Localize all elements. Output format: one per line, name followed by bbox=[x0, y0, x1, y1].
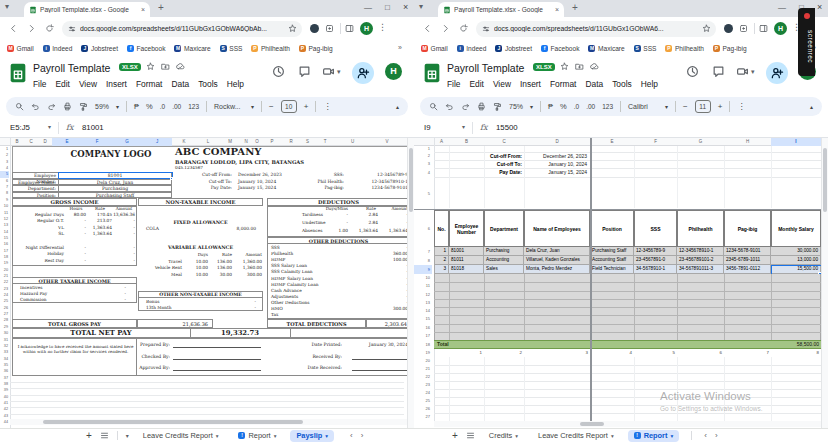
bookmark-item-jobstreet[interactable]: JJobstreet bbox=[495, 45, 532, 52]
info-value[interactable]: 1234-5678-9101 bbox=[346, 185, 408, 192]
profile-avatar[interactable]: H bbox=[774, 22, 787, 35]
other-deductions-value[interactable]: 360.00 bbox=[360, 251, 408, 256]
table-cell[interactable]: 1 bbox=[434, 247, 449, 256]
increase-font-size-button[interactable]: + bbox=[304, 102, 309, 111]
total-value[interactable]: 58,500.00 bbox=[771, 340, 819, 349]
add-sheet-button[interactable]: + bbox=[86, 430, 92, 441]
share-button[interactable] bbox=[766, 62, 788, 84]
other-deductions-value[interactable]: - bbox=[360, 294, 408, 299]
decrease-font-size-button[interactable]: − bbox=[683, 102, 688, 111]
sheet-tab-credits[interactable]: Credits▾ bbox=[483, 430, 524, 442]
other-nontaxable-value[interactable]: - bbox=[226, 305, 256, 310]
column-header[interactable]: U bbox=[335, 138, 370, 146]
clipped-sheet-tab-dropdown-icon[interactable]: ▾ bbox=[126, 432, 129, 439]
sheet-tab-leave-credits-report[interactable]: Leave Credits Report▾ bbox=[532, 430, 620, 442]
row-header[interactable]: 2 bbox=[414, 152, 432, 160]
bookmark-item-gmail[interactable]: MGmail bbox=[7, 45, 34, 52]
column-header[interactable]: B bbox=[10, 138, 24, 146]
paint-format-icon[interactable] bbox=[493, 102, 502, 111]
bookmark-item-facebook[interactable]: fFacebook bbox=[127, 45, 165, 52]
footer-number[interactable]: 4 bbox=[590, 349, 632, 357]
comments-icon[interactable] bbox=[712, 65, 725, 78]
omnibox[interactable]: docs.google.com/spreadsheets/d/11GUbGx1G… bbox=[476, 21, 716, 37]
collapse-toolbar-icon[interactable]: ▴ bbox=[396, 103, 399, 110]
menu-insert[interactable]: Insert bbox=[106, 79, 127, 89]
table-cell[interactable]: Purchasing bbox=[484, 247, 524, 256]
meet-camera-icon[interactable] bbox=[322, 65, 335, 78]
undo-icon[interactable] bbox=[31, 102, 40, 111]
gross-rate[interactable]: 1,363.64 bbox=[86, 231, 112, 236]
window-close-button[interactable]: × bbox=[817, 2, 822, 12]
meet-camera-icon[interactable] bbox=[736, 65, 749, 78]
table-cell[interactable]: Sales bbox=[484, 265, 524, 274]
cutoff-value[interactable]: January 15, 2024 bbox=[524, 168, 587, 177]
undo-icon[interactable] bbox=[445, 102, 454, 111]
deductions-amount[interactable]: 1,363.64 bbox=[380, 228, 408, 233]
column-header[interactable]: K bbox=[172, 138, 196, 146]
format-percent-icon[interactable]: % bbox=[146, 102, 153, 111]
omnibox-url[interactable]: docs.google.com/spreadsheets/d/11GUbGx1G… bbox=[80, 25, 280, 32]
sheet-tab-report[interactable]: !Report▾ bbox=[628, 430, 680, 442]
increase-decimal-icon[interactable]: .00 bbox=[172, 103, 181, 110]
column-header[interactable]: C bbox=[24, 138, 38, 146]
sidebar-icon[interactable] bbox=[345, 24, 354, 33]
browser-tab[interactable]: Payroll Template.xlsx - Google× bbox=[438, 2, 564, 17]
format-percent-icon[interactable]: % bbox=[560, 102, 567, 111]
add-sheet-button[interactable]: + bbox=[452, 430, 458, 441]
menu-edit[interactable]: Edit bbox=[470, 79, 484, 89]
row-header[interactable]: 9 bbox=[414, 265, 432, 274]
deductions-days[interactable]: 1.00 bbox=[330, 228, 348, 233]
other-deductions-value[interactable]: - bbox=[360, 245, 408, 250]
gross-hours[interactable]: - bbox=[62, 231, 86, 236]
menu-help[interactable]: Help bbox=[227, 79, 244, 89]
column-header[interactable]: H bbox=[724, 138, 771, 146]
paint-format-icon[interactable] bbox=[79, 102, 88, 111]
move-folder-icon[interactable] bbox=[575, 62, 584, 71]
column-header[interactable]: P bbox=[262, 138, 282, 146]
other-deductions-value[interactable]: - bbox=[360, 263, 408, 268]
info-value[interactable]: Purchasing bbox=[58, 185, 172, 192]
formula-input[interactable]: 15500 bbox=[496, 123, 518, 132]
column-header[interactable]: E bbox=[590, 138, 634, 146]
row-header[interactable]: 26 bbox=[414, 405, 432, 413]
prev-sheet-icon[interactable]: ‹ bbox=[704, 431, 707, 440]
column-header[interactable]: G bbox=[112, 138, 142, 146]
row-header[interactable]: 12 bbox=[414, 291, 432, 299]
column-header[interactable]: A bbox=[434, 138, 449, 146]
sheets-logo-icon[interactable] bbox=[421, 62, 443, 84]
bookmark-star-icon[interactable] bbox=[288, 24, 297, 33]
deductions-rate[interactable]: 2.84 bbox=[352, 220, 378, 225]
column-header[interactable]: S bbox=[300, 138, 315, 146]
tabstrip-chevron-down-icon[interactable]: ▾ bbox=[419, 2, 423, 11]
column-header[interactable]: E bbox=[52, 138, 82, 146]
column-header[interactable]: I bbox=[771, 138, 821, 146]
table-cell[interactable]: Accounting Staff bbox=[590, 256, 634, 265]
gross-amount[interactable]: - bbox=[110, 225, 135, 230]
menu-tools[interactable]: Tools bbox=[198, 79, 218, 89]
info-value[interactable]: 12-3456789-9 bbox=[346, 172, 408, 179]
increase-decimal-icon[interactable]: .00 bbox=[586, 103, 595, 110]
gross-hours[interactable]: - bbox=[62, 251, 86, 256]
menu-format[interactable]: Format bbox=[136, 79, 163, 89]
footer-number[interactable]: 3 bbox=[524, 349, 588, 357]
bookmark-item-sss[interactable]: SSSS bbox=[220, 45, 243, 52]
bookmark-item-philhealth[interactable]: PPhilhealth bbox=[251, 45, 289, 52]
comments-icon[interactable] bbox=[298, 65, 311, 78]
row-header[interactable]: 24 bbox=[414, 389, 432, 397]
back-icon[interactable] bbox=[9, 24, 18, 33]
column-header[interactable]: J bbox=[142, 138, 172, 146]
date-printed-value[interactable]: January 30, 2024 bbox=[346, 342, 408, 347]
gross-hours[interactable]: - bbox=[62, 225, 86, 230]
new-tab-button[interactable]: + bbox=[158, 2, 164, 13]
horizontal-scrollbar-thumb[interactable] bbox=[580, 422, 604, 426]
sheet-tab-dropdown-icon[interactable]: ▾ bbox=[515, 433, 518, 439]
footer-number[interactable]: 8 bbox=[771, 349, 819, 357]
other-taxable-value[interactable]: - bbox=[100, 297, 126, 302]
window-close-button[interactable]: × bbox=[403, 2, 408, 12]
table-cell[interactable]: Dela Cruz, Juan bbox=[524, 247, 590, 256]
extension-icon-box[interactable] bbox=[739, 24, 748, 33]
variable-rate[interactable]: 30.00 bbox=[208, 272, 232, 277]
deductions-rate[interactable]: 2.84 bbox=[352, 212, 378, 217]
prev-sheet-icon[interactable]: ‹ bbox=[350, 431, 353, 440]
row-header[interactable]: 21 bbox=[414, 365, 432, 373]
